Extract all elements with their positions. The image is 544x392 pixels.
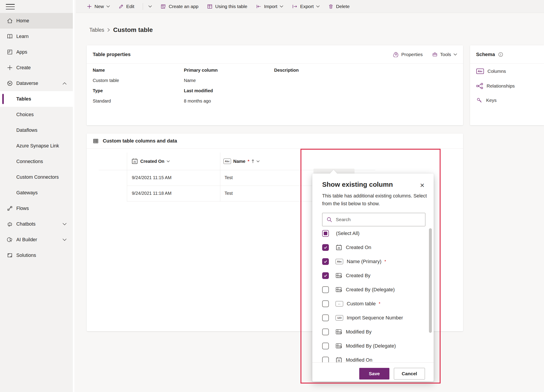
svg-text:21: 21 bbox=[337, 359, 340, 362]
required-asterisk: * bbox=[384, 260, 386, 263]
info-icon[interactable] bbox=[498, 52, 503, 57]
create-an-app-button[interactable]: Create an app bbox=[160, 4, 198, 9]
table-icon bbox=[93, 138, 99, 144]
checkbox-unchecked[interactable] bbox=[322, 315, 329, 321]
checkbox-unchecked[interactable] bbox=[322, 343, 329, 349]
chatbot-icon bbox=[7, 221, 13, 227]
list-item-import-sequence-number[interactable]: 123 Import Sequence Number bbox=[312, 311, 434, 325]
sidebar-item-home[interactable]: Home bbox=[0, 13, 73, 29]
sidebar-item-chatbots[interactable]: Chatbots bbox=[0, 216, 73, 232]
schema-item-columns[interactable]: Abc Columns bbox=[476, 69, 506, 74]
edit-button[interactable]: Edit bbox=[118, 4, 134, 9]
using-this-table-label: Using this table bbox=[215, 4, 247, 9]
plus-icon bbox=[87, 4, 92, 9]
list-item-select-all[interactable]: (Select All) bbox=[312, 226, 434, 240]
checkbox-unchecked[interactable] bbox=[322, 286, 329, 293]
chevron-down-icon[interactable] bbox=[63, 239, 67, 241]
chevron-down-icon[interactable] bbox=[316, 5, 320, 8]
sidebar-item-dataverse[interactable]: Dataverse bbox=[0, 76, 73, 91]
checkbox-unchecked[interactable] bbox=[322, 300, 329, 307]
calendar-icon: 21 bbox=[336, 357, 342, 363]
sidebar-item-solutions[interactable]: Solutions bbox=[0, 247, 73, 263]
property-name: Name Custom table bbox=[93, 68, 119, 83]
hamburger-menu-icon[interactable] bbox=[6, 3, 15, 10]
schema-panel: Schema Abc Columns Relationships Keys bbox=[470, 45, 544, 125]
cell-name[interactable]: Test bbox=[225, 175, 233, 180]
edit-label: Edit bbox=[126, 4, 134, 9]
chevron-down-icon[interactable] bbox=[106, 5, 110, 8]
show-existing-column-dialog: Show existing column ✕ This table has ad… bbox=[312, 174, 434, 381]
checkbox-unchecked[interactable] bbox=[322, 357, 329, 363]
list-item-created-on[interactable]: 21 Created On bbox=[312, 240, 434, 254]
breadcrumb-tables-link[interactable]: Tables bbox=[89, 27, 104, 33]
checkbox-unchecked[interactable] bbox=[322, 328, 329, 335]
list-item-modified-by-delegate[interactable]: Modified By (Delegate) bbox=[312, 339, 434, 353]
toolbox-icon bbox=[432, 52, 438, 57]
chevron-down-icon[interactable] bbox=[63, 223, 67, 225]
list-item-name-primary[interactable]: Abc Name (Primary) * bbox=[312, 254, 434, 269]
schema-item-relationships[interactable]: Relationships bbox=[476, 83, 515, 89]
sidebar-item-azure-synapse-link[interactable]: Azure Synapse Link bbox=[0, 138, 73, 154]
properties-button[interactable]: Properties bbox=[393, 52, 423, 57]
close-icon[interactable]: ✕ bbox=[419, 181, 426, 189]
list-scrollbar[interactable] bbox=[429, 228, 432, 333]
dialog-beak bbox=[330, 170, 337, 174]
tools-button[interactable]: Tools bbox=[432, 52, 457, 57]
power-apps-window: New Edit Create an app Using this table … bbox=[0, 0, 544, 392]
cancel-button[interactable]: Cancel bbox=[394, 368, 425, 380]
pencil-icon bbox=[118, 4, 124, 9]
column-header-name[interactable]: Abc Name * bbox=[223, 152, 260, 170]
flows-icon bbox=[7, 205, 13, 211]
sidebar-item-flows[interactable]: Flows bbox=[0, 201, 73, 216]
gear-icon bbox=[393, 52, 399, 57]
chevron-down-icon[interactable] bbox=[256, 160, 260, 162]
new-button[interactable]: New bbox=[87, 4, 110, 9]
chevron-down-icon[interactable] bbox=[167, 160, 170, 162]
sidebar-item-choices[interactable]: Choices bbox=[0, 107, 73, 123]
checkbox-indeterminate[interactable] bbox=[322, 230, 329, 237]
list-item-custom-table[interactable]: -- Custom table * bbox=[312, 297, 434, 311]
table-grid-icon bbox=[207, 4, 213, 9]
sidebar-item-dataflows[interactable]: Dataflows bbox=[0, 123, 73, 138]
list-item-modified-by[interactable]: Modified By bbox=[312, 325, 434, 339]
property-type: Type Standard bbox=[93, 88, 111, 104]
dialog-description: This table has additional existing colum… bbox=[322, 192, 427, 208]
search-icon bbox=[326, 217, 332, 223]
using-this-table-button[interactable]: Using this table bbox=[207, 4, 247, 9]
chevron-down-icon[interactable] bbox=[280, 5, 283, 8]
sidebar-item-learn[interactable]: Learn bbox=[0, 29, 73, 44]
search-placeholder: Search bbox=[336, 217, 351, 222]
list-item-created-by-delegate[interactable]: Created By (Delegate) bbox=[312, 283, 434, 297]
save-button[interactable]: Save bbox=[359, 368, 389, 380]
checkbox-checked[interactable] bbox=[322, 272, 329, 279]
list-item-created-by[interactable]: Created By bbox=[312, 269, 434, 283]
sidebar-item-apps[interactable]: Apps bbox=[0, 44, 73, 60]
cell-name[interactable]: Test bbox=[225, 191, 233, 196]
column-header-created-on[interactable]: 21 Created On bbox=[131, 152, 170, 170]
book-icon bbox=[7, 33, 13, 40]
sidebar-item-create[interactable]: Create bbox=[0, 60, 73, 76]
import-button[interactable]: Import bbox=[256, 4, 284, 9]
edit-menu-chevron-icon[interactable] bbox=[148, 5, 152, 8]
sidebar-item-connections[interactable]: Connections bbox=[0, 154, 73, 169]
checkbox-checked[interactable] bbox=[322, 244, 329, 251]
chevron-up-icon[interactable] bbox=[63, 82, 67, 85]
checkbox-checked[interactable] bbox=[322, 258, 329, 265]
cell-created-on[interactable]: 9/24/2021 11:15 AM bbox=[132, 175, 171, 180]
search-input[interactable]: Search bbox=[322, 213, 425, 226]
number-column-icon: 123 bbox=[336, 315, 343, 321]
solutions-box-icon bbox=[7, 252, 13, 258]
export-button[interactable]: Export bbox=[292, 4, 320, 9]
delete-button[interactable]: Delete bbox=[328, 4, 350, 9]
sidebar-item-custom-connectors[interactable]: Custom Connectors bbox=[0, 169, 73, 185]
plus-icon bbox=[7, 64, 13, 71]
schema-item-keys[interactable]: Keys bbox=[476, 97, 497, 103]
list-item-modified-on[interactable]: 21 Modified On bbox=[312, 353, 434, 362]
sidebar-item-tables[interactable]: Tables bbox=[0, 91, 73, 107]
apps-icon bbox=[7, 49, 13, 55]
property-last-modified: Last modified 8 months ago bbox=[184, 88, 213, 104]
sidebar-item-ai-builder[interactable]: AI Builder bbox=[0, 232, 73, 247]
cell-created-on[interactable]: 9/24/2021 11:18 AM bbox=[132, 191, 171, 196]
relationships-icon bbox=[476, 83, 483, 89]
sidebar-item-gateways[interactable]: Gateways bbox=[0, 185, 73, 201]
